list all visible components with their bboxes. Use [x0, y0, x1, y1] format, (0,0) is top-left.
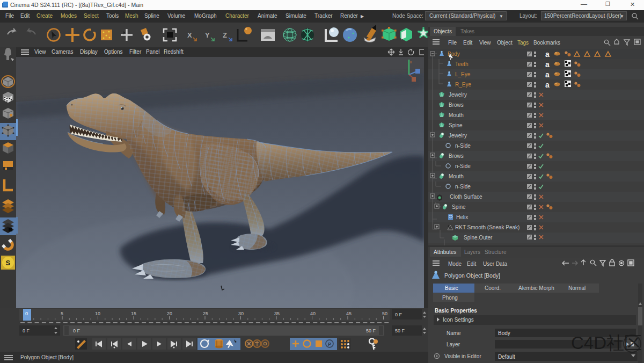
svg-text:P: P [328, 342, 331, 347]
svg-text:Attributes: Attributes [434, 249, 456, 255]
svg-text:Edit: Edit [463, 40, 472, 46]
svg-text:Layers: Layers [464, 249, 480, 255]
svg-text:a: a [545, 60, 550, 69]
svg-text:20: 20 [167, 311, 172, 316]
svg-text:Object: Object [497, 40, 513, 46]
svg-text:Structure: Structure [485, 249, 507, 255]
svg-text:Layer: Layer [447, 342, 460, 347]
svg-text:a: a [545, 81, 550, 89]
svg-text:Cloth Surface: Cloth Surface [450, 194, 482, 200]
svg-text:Default: Default [498, 354, 515, 360]
svg-text:Teeth: Teeth [455, 61, 468, 67]
svg-text:Body: Body [498, 330, 510, 336]
svg-text:Z: Z [223, 31, 227, 39]
svg-text:Helix: Helix [456, 214, 468, 220]
svg-text:0 F: 0 F [395, 312, 402, 317]
svg-text:50: 50 [382, 311, 387, 316]
svg-text:0 F: 0 F [73, 328, 80, 333]
svg-text:n-Side: n-Side [455, 163, 471, 169]
svg-text:30: 30 [238, 311, 244, 316]
svg-text:Normal: Normal [568, 285, 586, 291]
svg-text:n-Side: n-Side [455, 184, 471, 190]
svg-text:Visible in Editor: Visible in Editor [444, 353, 481, 359]
svg-text:40: 40 [310, 311, 316, 316]
svg-text:Objects: Objects [434, 28, 452, 34]
svg-text:25: 25 [203, 311, 208, 316]
svg-text:10: 10 [95, 311, 100, 316]
svg-text:Basic Properties: Basic Properties [435, 308, 477, 314]
svg-text:45: 45 [346, 311, 352, 316]
svg-text:Coord.: Coord. [485, 285, 501, 291]
svg-text:L_Eye: L_Eye [455, 71, 471, 77]
svg-text:Mouth: Mouth [449, 112, 464, 118]
svg-text:Alembic Morph: Alembic Morph [518, 285, 554, 291]
svg-text:S: S [6, 259, 11, 267]
svg-text:Jewelry: Jewelry [449, 92, 467, 98]
svg-text:15: 15 [131, 311, 136, 316]
svg-text:50 F: 50 F [366, 328, 376, 333]
svg-text:File: File [448, 40, 457, 46]
svg-text:Takes: Takes [460, 28, 474, 34]
svg-text:Polygon Object [Body]: Polygon Object [Body] [444, 272, 500, 279]
svg-text:Brows: Brows [449, 153, 464, 159]
svg-text:RKT Smooth (Sneak Peak): RKT Smooth (Sneak Peak) [455, 224, 519, 230]
svg-text:a: a [545, 70, 550, 79]
svg-text:Edit: Edit [467, 261, 476, 267]
svg-text:5: 5 [61, 311, 63, 316]
svg-text:Y: Y [205, 31, 210, 39]
svg-text:0: 0 [25, 311, 28, 316]
svg-text:Icon Settings: Icon Settings [443, 317, 474, 323]
svg-text:Spine: Spine [449, 122, 463, 128]
svg-text:a: a [545, 50, 550, 59]
svg-text:50 F: 50 F [395, 328, 405, 333]
svg-text:0 F: 0 F [23, 328, 30, 333]
svg-text:Bookmarks: Bookmarks [533, 40, 560, 46]
svg-text:Tags: Tags [517, 40, 529, 46]
svg-text:Spine: Spine [452, 204, 466, 210]
svg-text:Basic: Basic [445, 285, 458, 291]
svg-text:Phong: Phong [442, 295, 458, 301]
svg-text:Jewelry: Jewelry [449, 133, 467, 139]
svg-text:Mode: Mode [448, 261, 462, 267]
svg-text:X: X [187, 31, 192, 39]
svg-text:View: View [479, 40, 491, 46]
svg-text:User Data: User Data [483, 261, 507, 267]
svg-text:Spine.Outer: Spine.Outer [464, 235, 493, 241]
svg-text:R_Eye: R_Eye [455, 82, 471, 88]
svg-text:Mouth: Mouth [449, 173, 464, 179]
svg-text:n-Side: n-Side [455, 143, 471, 149]
svg-text:Name: Name [447, 330, 461, 336]
svg-text:35: 35 [274, 311, 280, 316]
svg-text:Brows: Brows [449, 102, 464, 108]
